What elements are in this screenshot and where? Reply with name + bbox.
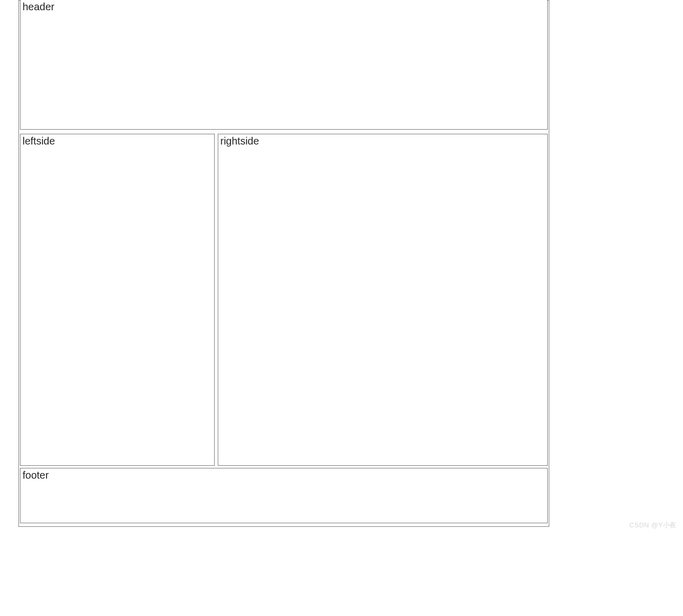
header-panel: header — [20, 0, 548, 130]
watermark-text: CSDN @Y小夜 — [629, 521, 677, 530]
layout-container: header leftside rightside footer — [18, 0, 549, 527]
leftside-label: leftside — [23, 135, 55, 147]
footer-panel: footer — [20, 468, 548, 523]
header-label: header — [23, 1, 54, 12]
footer-label: footer — [23, 469, 49, 481]
middle-row: leftside rightside — [20, 134, 548, 466]
rightside-label: rightside — [220, 135, 259, 147]
rightside-panel: rightside — [218, 134, 548, 466]
leftside-panel: leftside — [20, 134, 215, 466]
